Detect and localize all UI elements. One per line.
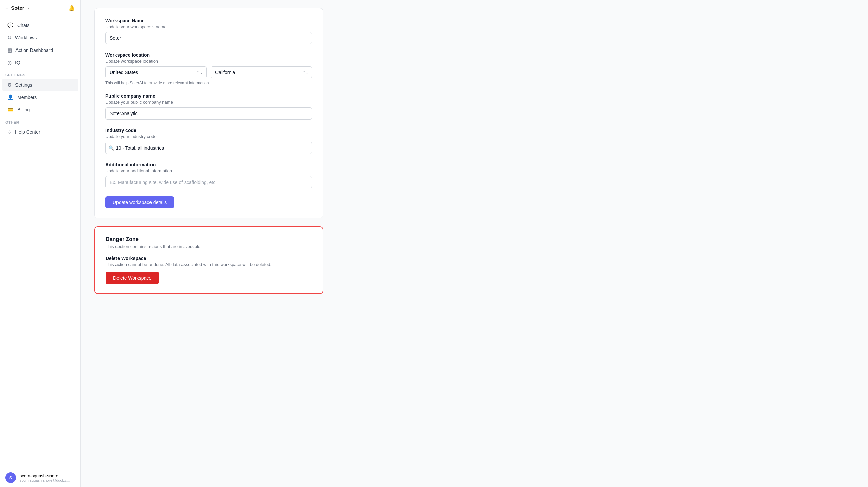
brand-name: Soter	[11, 5, 24, 11]
delete-workspace-button[interactable]: Delete Workspace	[106, 272, 159, 284]
industry-code-input[interactable]	[105, 142, 312, 154]
sidebar-brand[interactable]: ≡ Soter ⌄	[5, 5, 30, 11]
billing-icon: 💳	[7, 107, 14, 113]
sidebar-item-workflows[interactable]: ↻ Workflows	[2, 32, 79, 44]
other-section-label: OTHER	[0, 116, 81, 126]
brand-menu-icon: ≡	[5, 5, 8, 11]
industry-code-label: Industry code	[105, 128, 312, 133]
footer-user-info: scorn-squash-snore scorn-squash-snore@du…	[20, 473, 75, 482]
sidebar: ≡ Soter ⌄ 🔔 💬 Chats ↻ Workflows ▦ Action…	[0, 0, 81, 487]
iq-icon: ◎	[7, 60, 12, 66]
sidebar-item-label: Billing	[17, 107, 30, 113]
sidebar-item-label: Action Dashboard	[16, 48, 53, 53]
country-select[interactable]: United States Canada United Kingdom Aust…	[105, 66, 207, 79]
sidebar-item-label: IQ	[15, 60, 20, 65]
footer-email: scorn-squash-snore@duck.c...	[20, 478, 75, 482]
chats-icon: 💬	[7, 22, 14, 28]
workspace-location-group: Workspace location Update workspace loca…	[105, 52, 312, 85]
settings-section-label: SETTINGS	[0, 69, 81, 79]
public-company-input[interactable]	[105, 108, 312, 120]
sidebar-item-chats[interactable]: 💬 Chats	[2, 19, 79, 31]
location-hint: This will help SoterAI to provide more r…	[105, 81, 312, 85]
state-select-wrap: California New York Texas Florida Illino…	[211, 66, 312, 79]
sidebar-footer: S scorn-squash-snore scorn-squash-snore@…	[0, 468, 81, 487]
workspace-name-desc: Update your workspace's name	[105, 24, 312, 29]
user-avatar: S	[5, 472, 16, 483]
workspace-location-label: Workspace location	[105, 52, 312, 58]
sidebar-item-action-dashboard[interactable]: ▦ Action Dashboard	[2, 44, 79, 56]
workspace-name-label: Workspace Name	[105, 18, 312, 23]
sidebar-item-iq[interactable]: ◎ IQ	[2, 57, 79, 69]
state-select[interactable]: California New York Texas Florida Illino…	[211, 66, 312, 79]
sidebar-item-label: Help Center	[15, 129, 40, 135]
members-icon: 👤	[7, 94, 14, 100]
danger-zone-title: Danger Zone	[106, 237, 312, 243]
sidebar-header: ≡ Soter ⌄ 🔔	[0, 0, 81, 16]
delete-workspace-title: Delete Workspace	[106, 255, 312, 261]
main-content: Workspace Name Update your workspace's n…	[81, 0, 868, 487]
sidebar-item-label: Members	[17, 95, 37, 100]
industry-code-search-wrap: 🔍	[105, 142, 312, 154]
workspace-location-desc: Update workspace location	[105, 59, 312, 64]
location-row: United States Canada United Kingdom Aust…	[105, 66, 312, 79]
settings-icon: ⚙	[7, 82, 12, 88]
brand-chevron-icon: ⌄	[27, 6, 30, 10]
public-company-group: Public company name Update your public c…	[105, 93, 312, 120]
sidebar-item-label: Settings	[15, 82, 32, 88]
workspace-name-input[interactable]	[105, 32, 312, 44]
additional-info-input[interactable]	[105, 176, 312, 188]
settings-form-card: Workspace Name Update your workspace's n…	[94, 8, 323, 218]
additional-info-label: Additional information	[105, 162, 312, 168]
additional-info-group: Additional information Update your addit…	[105, 162, 312, 188]
industry-code-group: Industry code Update your industry code …	[105, 128, 312, 154]
sidebar-item-help-center[interactable]: ♡ Help Center	[2, 126, 79, 138]
workspace-name-group: Workspace Name Update your workspace's n…	[105, 18, 312, 44]
additional-info-desc: Update your additional information	[105, 169, 312, 174]
industry-code-desc: Update your industry code	[105, 134, 312, 139]
update-workspace-button[interactable]: Update workspace details	[105, 196, 174, 209]
country-select-wrap: United States Canada United Kingdom Aust…	[105, 66, 207, 79]
footer-username: scorn-squash-snore	[20, 473, 75, 478]
workflows-icon: ↻	[7, 35, 12, 41]
sidebar-item-settings[interactable]: ⚙ Settings	[2, 79, 79, 91]
sidebar-item-members[interactable]: 👤 Members	[2, 91, 79, 103]
help-center-icon: ♡	[7, 129, 12, 135]
sidebar-item-billing[interactable]: 💳 Billing	[2, 104, 79, 116]
public-company-desc: Update your public company name	[105, 100, 312, 105]
public-company-label: Public company name	[105, 93, 312, 99]
sidebar-nav: 💬 Chats ↻ Workflows ▦ Action Dashboard ◎…	[0, 16, 81, 468]
delete-workspace-desc: This action cannot be undone. All data a…	[106, 262, 312, 267]
sidebar-item-label: Workflows	[15, 35, 37, 40]
action-dashboard-icon: ▦	[7, 47, 12, 53]
danger-zone-card: Danger Zone This section contains action…	[94, 226, 323, 294]
sidebar-item-label: Chats	[17, 23, 30, 28]
notifications-bell-icon[interactable]: 🔔	[68, 5, 75, 11]
danger-zone-desc: This section contains actions that are i…	[106, 244, 312, 249]
